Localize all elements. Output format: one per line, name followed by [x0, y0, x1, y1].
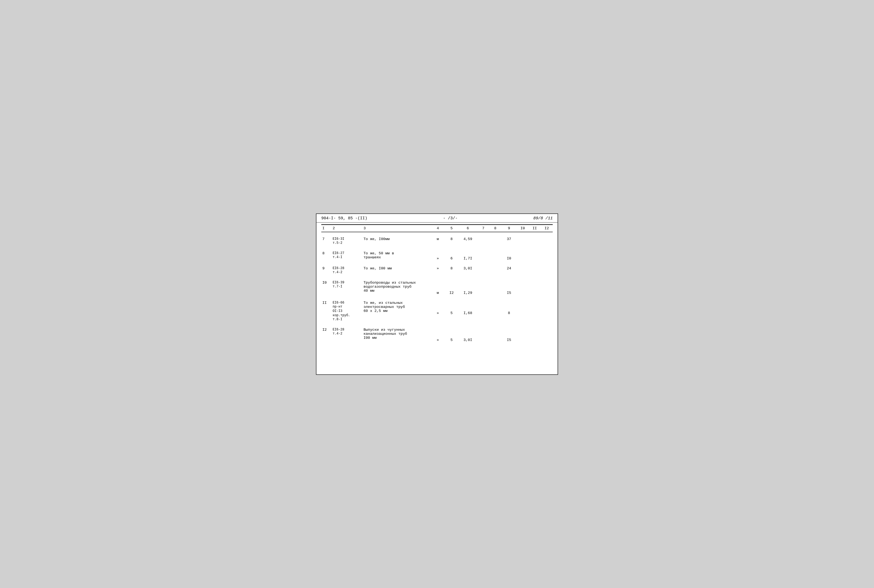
row-col11: [529, 298, 541, 323]
row-col12: [541, 264, 553, 276]
row-col9: 8: [501, 298, 517, 323]
row-col5: 5: [445, 325, 459, 343]
row-col8: [489, 298, 501, 323]
header-center: - /3/-: [443, 216, 458, 220]
row-unit: »: [431, 298, 445, 323]
row-col6: 3,0I: [459, 264, 477, 276]
main-table: I 2 3 4 5 6 7 8 9 I0 II I2 7EI6-3I т.5-2…: [321, 224, 553, 343]
row-code: EI6-39 т.7-I: [331, 278, 363, 296]
row-col12: [541, 249, 553, 262]
row-code: EI6-28 т.4-2: [331, 264, 363, 276]
row-col5: 8: [445, 234, 459, 246]
row-col12: [541, 298, 553, 323]
row-col11: [529, 264, 541, 276]
row-id: 9: [321, 264, 331, 276]
page-header: 904-I- 59, 85 -(II) - /3/- 89/8 /11: [316, 214, 558, 222]
row-col5: 8: [445, 264, 459, 276]
row-col11: [529, 234, 541, 246]
table-row: 8EI6-27 т.4-IТо же, 50 мм втраншеях»6I,7…: [321, 249, 553, 262]
row-col8: [489, 264, 501, 276]
row-col10: [517, 234, 529, 246]
row-col10: [517, 249, 529, 262]
table-row: IIEI6-66 пр-нт OI-I3 кор.труб. т.8-IТо ж…: [321, 298, 553, 323]
row-code: EI6-28 т.4-2: [331, 325, 363, 343]
row-col9: I5: [501, 278, 517, 296]
col-header-1: I: [321, 225, 331, 232]
row-col12: [541, 325, 553, 343]
row-unit: »: [431, 264, 445, 276]
header-right: 89/8 /11: [533, 216, 553, 220]
row-col12: [541, 278, 553, 296]
col-header-5: 5: [445, 225, 459, 232]
spacer-row: [321, 262, 553, 264]
spacer-row: [321, 323, 553, 325]
row-col5: I2: [445, 278, 459, 296]
row-code: EI6-66 пр-нт OI-I3 кор.труб. т.8-I: [331, 298, 363, 323]
row-col6: I,7I: [459, 249, 477, 262]
col-header-3: 3: [363, 225, 431, 232]
row-code: EI6-27 т.4-I: [331, 249, 363, 262]
table-area: I 2 3 4 5 6 7 8 9 I0 II I2 7EI6-3I т.5-2…: [316, 224, 558, 348]
col-header-4: 4: [431, 225, 445, 232]
row-col9: 24: [501, 264, 517, 276]
row-description: То же, из стальныхэлектросварных труб60 …: [363, 298, 431, 323]
row-id: I0: [321, 278, 331, 296]
row-id: 7: [321, 234, 331, 246]
row-col6: 4,59: [459, 234, 477, 246]
spacer-row: [321, 232, 553, 234]
row-unit: м: [431, 234, 445, 246]
row-description: Выпуски из чугунныхканализационных трубI…: [363, 325, 431, 343]
row-col10: [517, 298, 529, 323]
col-header-6: 6: [459, 225, 477, 232]
spacer-row: [321, 276, 553, 278]
col-header-7: 7: [477, 225, 489, 232]
row-col8: [489, 249, 501, 262]
document-page: 904-I- 59, 85 -(II) - /3/- 89/8 /11 I 2 …: [316, 213, 558, 375]
row-col11: [529, 278, 541, 296]
row-col5: 5: [445, 298, 459, 323]
col-header-10: I0: [517, 225, 529, 232]
col-header-2: 2: [331, 225, 363, 232]
column-header-row: I 2 3 4 5 6 7 8 9 I0 II I2: [321, 225, 553, 232]
row-id: I2: [321, 325, 331, 343]
row-col9: I5: [501, 325, 517, 343]
col-header-9: 9: [501, 225, 517, 232]
table-row: 9EI6-28 т.4-2То же, I00 мм»83,0I24: [321, 264, 553, 276]
col-header-12: I2: [541, 225, 553, 232]
row-col6: 3,0I: [459, 325, 477, 343]
spacer-row: [321, 246, 553, 249]
row-col9: 37: [501, 234, 517, 246]
row-col6: I,68: [459, 298, 477, 323]
row-id: 8: [321, 249, 331, 262]
row-col7: [477, 325, 489, 343]
table-row: I2EI6-28 т.4-2Выпуски из чугунныхканализ…: [321, 325, 553, 343]
row-description: То же, 50 мм втраншеях: [363, 249, 431, 262]
row-col7: [477, 249, 489, 262]
row-col6: I,29: [459, 278, 477, 296]
row-col7: [477, 234, 489, 246]
row-description: Трубопроводы из стальныхводогазопроводны…: [363, 278, 431, 296]
row-unit: м: [431, 278, 445, 296]
row-col7: [477, 264, 489, 276]
row-col11: [529, 249, 541, 262]
row-col10: [517, 264, 529, 276]
row-unit: »: [431, 325, 445, 343]
spacer-row: [321, 296, 553, 298]
row-col10: [517, 325, 529, 343]
row-unit: »: [431, 249, 445, 262]
row-col8: [489, 234, 501, 246]
row-col8: [489, 325, 501, 343]
table-row: I0EI6-39 т.7-IТрубопроводы из стальныхво…: [321, 278, 553, 296]
table-row: 7EI6-3I т.5-2То же, I00ммм84,5937: [321, 234, 553, 246]
row-description: То же, I00 мм: [363, 264, 431, 276]
row-col11: [529, 325, 541, 343]
row-col5: 6: [445, 249, 459, 262]
header-left: 904-I- 59, 85 -(II): [321, 216, 367, 220]
col-header-8: 8: [489, 225, 501, 232]
row-col10: [517, 278, 529, 296]
row-id: II: [321, 298, 331, 323]
row-col7: [477, 298, 489, 323]
row-col8: [489, 278, 501, 296]
row-description: То же, I00мм: [363, 234, 431, 246]
col-header-11: II: [529, 225, 541, 232]
